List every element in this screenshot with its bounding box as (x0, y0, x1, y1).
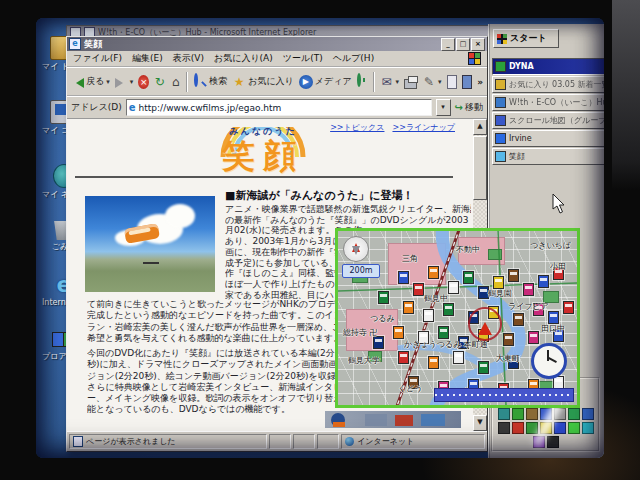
taskbar-button-win3[interactable]: スクロール地図（グループ） (492, 112, 604, 129)
back-button[interactable]: 戻る▾ (71, 75, 110, 88)
toolbar-separator (186, 72, 188, 92)
mail-button[interactable]: ✉▾ (380, 75, 400, 89)
map-poi-icon (423, 309, 434, 322)
menu-item[interactable]: ツール(T) (283, 52, 323, 65)
tray-icon[interactable] (526, 408, 538, 420)
messenger-icon[interactable] (462, 75, 472, 89)
logo-large-text: 笑顔 (67, 138, 459, 174)
taskbar-button-label: DYNA (509, 62, 534, 71)
address-bar: アドレス(D) e http://www.cwfilms.jp/egao.htm… (67, 96, 487, 119)
mouse-cursor (552, 194, 567, 215)
menu-item[interactable]: お気に入り(A) (214, 52, 273, 65)
favorites-button[interactable]: ★ お気に入り (232, 75, 294, 89)
taskbar-button-label: お気に入り 03.05 新着一覧 (509, 79, 604, 90)
map-label: 不動中 (456, 244, 480, 255)
menu-item[interactable]: ファイル(F) (73, 52, 122, 65)
tray-icon[interactable] (568, 422, 580, 434)
text-line: の最新作「みんなのうた『笑顔』」のDVDシングルが2003 年07 (225, 215, 471, 226)
taskbar-button-label: スクロール地図（グループ） (509, 115, 604, 126)
tray-icon[interactable] (547, 436, 559, 448)
forward-button[interactable]: ▾ (115, 76, 134, 88)
media-button[interactable]: ▶ メディア (299, 75, 352, 89)
address-input[interactable]: e http://www.cwfilms.jp/egao.htm (126, 99, 432, 116)
taskbar-button-Irvine[interactable]: Irvine (492, 130, 604, 147)
taskbar-button-label: Irvine (509, 134, 532, 143)
tray-icon[interactable] (498, 422, 510, 434)
status-message-pane: ページが表示されました (69, 434, 267, 449)
start-button[interactable]: スタート (493, 29, 559, 48)
edit-button[interactable]: ✎▾ (422, 75, 442, 89)
taskbar-button-WthECOHub[interactable]: W!th・E-CO（いーこ）Hub (492, 94, 604, 111)
article-heading: ■新海誠が「みんなのうた」に登場！ (225, 188, 413, 203)
monitor-screen: マイ ドキュメントマイ コンピュータマイ ネットワークごみ箱eInternet … (36, 18, 604, 458)
map-poi-icon (398, 351, 409, 364)
map-poi-icon (443, 303, 454, 316)
taskbar-button-label: 笑顔 (509, 151, 525, 162)
tray-icon[interactable] (512, 422, 524, 434)
scroll-down-icon[interactable]: ▼ (473, 415, 487, 431)
map-clock-icon (531, 343, 567, 379)
edit-pencil-icon: ✎ (422, 75, 436, 89)
menu-item[interactable]: 編集(E) (132, 52, 163, 65)
menu-item[interactable]: 表示(V) (173, 52, 204, 65)
map-overlay-window: 三角不動中つきいちば小田鶴見中鶴見園ライフピアつるみ総持寺 卍田口中かきょうつる… (335, 228, 580, 408)
map-poi-icon (528, 331, 539, 344)
map-label: 大東町 (496, 353, 520, 364)
taskbar-button-label: W!th・E-CO（いーこ）Hub (509, 97, 604, 108)
go-button[interactable]: ↪ 移動 (455, 101, 483, 114)
minimize-button[interactable]: _ (441, 38, 455, 51)
map-poi-icon (463, 271, 474, 284)
taskbar-button-DYNA[interactable]: DYNA (492, 58, 604, 75)
close-button[interactable]: × (471, 38, 485, 51)
tray-icon[interactable] (582, 422, 594, 434)
maximize-button[interactable]: □ (456, 38, 470, 51)
tray-icon[interactable] (512, 408, 524, 420)
windows-flag-icon (497, 34, 507, 44)
map-label: くどう (398, 383, 423, 394)
ie-page-icon (73, 436, 83, 447)
tray-icon[interactable] (498, 408, 510, 420)
taskbar-button-icon (495, 115, 506, 126)
toolbar: 戻る▾ ▾ × ↻ ⌂ 検索 ★ お気に入り ▶ (67, 67, 487, 96)
stop-icon[interactable]: × (138, 75, 149, 89)
refresh-icon[interactable]: ↻ (154, 75, 165, 89)
map-label: 総持寺 卍 (343, 327, 378, 338)
map-poi-icon (428, 356, 439, 369)
scroll-up-icon[interactable]: ▲ (473, 119, 487, 135)
discuss-icon[interactable] (447, 75, 458, 89)
history-button[interactable] (357, 75, 368, 89)
compass-icon (343, 236, 369, 262)
taskbar-button-0305[interactable]: お気に入り 03.05 新着一覧 (492, 76, 604, 93)
search-button[interactable]: 検索 (193, 75, 227, 89)
map-poi-icon (503, 333, 514, 346)
map-poi-icon (538, 275, 549, 288)
ie-url-icon: e (129, 102, 136, 113)
current-position-marker (478, 315, 492, 335)
tray-icon[interactable] (526, 422, 538, 434)
map-poi-icon (478, 361, 489, 374)
url-text: http://www.cwfilms.jp/egao.htm (139, 103, 282, 113)
window-title: 笑顔 (84, 38, 102, 51)
print-icon[interactable] (404, 79, 417, 89)
history-clock-icon (357, 73, 361, 87)
address-dropdown-button[interactable]: ▾ (436, 99, 451, 116)
scrollbar-thumb[interactable] (473, 136, 487, 200)
menu-item[interactable]: ヘルプ(H) (333, 52, 374, 65)
map-poi-icon (438, 326, 449, 339)
tray-icon[interactable] (554, 422, 566, 434)
map-label: ライフピア (508, 301, 549, 312)
page-logo: みんなのうた 笑顔 (67, 125, 459, 174)
title-bar[interactable]: e 笑顔 _ □ × (67, 37, 487, 51)
map-poi-icon (378, 291, 389, 304)
map-scale: 200m (342, 264, 380, 278)
internet-zone-globe-icon (345, 437, 354, 446)
map-label: 鶴見中 (424, 293, 448, 304)
partially-hidden-page-image (325, 411, 461, 428)
tray-icon[interactable] (568, 408, 580, 420)
home-icon[interactable]: ⌂ (170, 75, 181, 89)
status-pane (269, 434, 291, 449)
toolbar-overflow-chevron[interactable]: » (477, 77, 483, 87)
taskbar-button-win5[interactable]: 笑顔 (492, 148, 604, 165)
map-label: 小田 (550, 261, 566, 272)
tray-icon[interactable] (582, 408, 594, 420)
